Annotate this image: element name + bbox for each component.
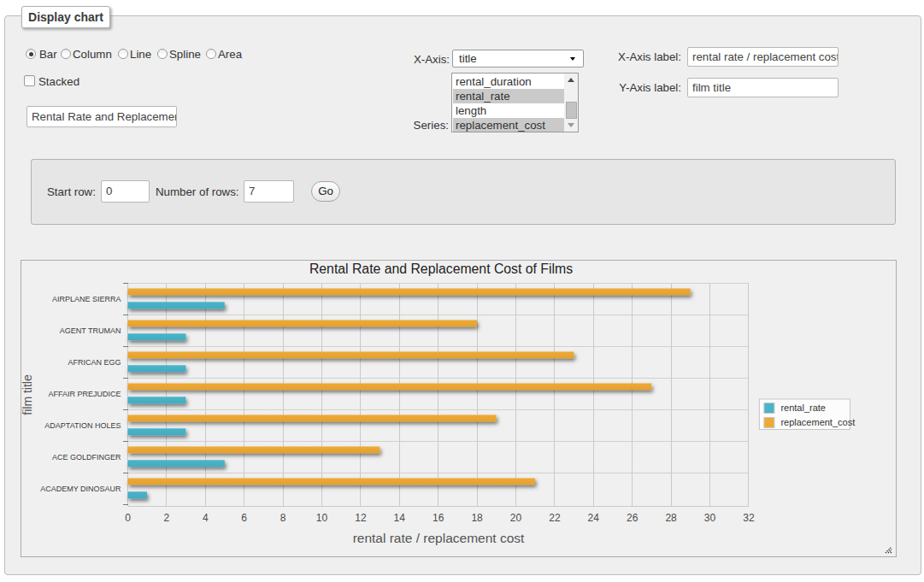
svg-text:replacement_cost: replacement_cost	[780, 417, 855, 427]
svg-text:AFRICAN EGG: AFRICAN EGG	[68, 358, 121, 367]
svg-text:32: 32	[743, 512, 755, 524]
svg-text:10: 10	[316, 512, 328, 524]
svg-text:18: 18	[471, 512, 483, 524]
svg-text:Rental Rate and Replacement Co: Rental Rate and Replacement Cost of Film…	[309, 262, 573, 276]
svg-text:AIRPLANE SIERRA: AIRPLANE SIERRA	[52, 295, 121, 303]
svg-text:AGENT TRUMAN: AGENT TRUMAN	[60, 326, 121, 335]
svg-text:2: 2	[164, 512, 170, 524]
svg-text:24: 24	[588, 512, 600, 524]
svg-text:AFFAIR PREJUDICE: AFFAIR PREJUDICE	[48, 390, 121, 398]
svg-text:26: 26	[627, 512, 639, 524]
svg-text:30: 30	[704, 512, 716, 524]
svg-text:8: 8	[280, 512, 286, 524]
svg-text:22: 22	[549, 512, 561, 524]
svg-text:16: 16	[433, 512, 444, 524]
svg-text:ACADEMY DINOSAUR: ACADEMY DINOSAUR	[40, 485, 121, 493]
svg-text:0: 0	[125, 512, 131, 524]
svg-text:20: 20	[510, 512, 522, 524]
svg-text:rental rate / replacement cost: rental rate / replacement cost	[353, 531, 525, 545]
svg-text:28: 28	[665, 512, 677, 524]
svg-text:film title: film title	[21, 374, 34, 415]
svg-text:rental_rate: rental_rate	[780, 403, 826, 413]
svg-text:4: 4	[203, 512, 209, 524]
svg-text:ADAPTATION HOLES: ADAPTATION HOLES	[44, 421, 121, 430]
svg-text:ACE GOLDFINGER: ACE GOLDFINGER	[52, 453, 121, 461]
svg-text:12: 12	[355, 512, 367, 524]
svg-text:14: 14	[394, 512, 406, 524]
svg-text:6: 6	[241, 512, 247, 524]
